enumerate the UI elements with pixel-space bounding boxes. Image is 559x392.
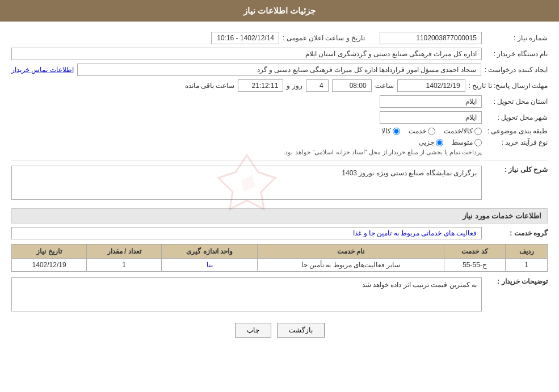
category-option-khedmat[interactable]: خدمت — [409, 127, 435, 135]
city-value: ایلام — [380, 111, 482, 124]
buyer-org-label: نام دستگاه خریدار : — [485, 50, 548, 58]
print-button[interactable]: چاپ — [235, 323, 271, 338]
announcement-label: تاریخ و ساعت اعلان عمومی : — [283, 34, 365, 42]
page-header: جزئیات اطلاعات نیاز — [0, 0, 559, 22]
category-option-kala-khedmat[interactable]: کالا/خدمت — [444, 127, 482, 135]
purchase-option-jozii[interactable]: جزیی — [419, 138, 443, 146]
buyer-notes-box: به کمترین قیمت ترتیب اثر داده خواهد شد — [11, 277, 482, 311]
col-row: ردیف — [506, 245, 548, 259]
col-qty: تعداد / مقدار — [87, 245, 162, 259]
purchase-type-radio-group: متوسط جزیی — [283, 138, 482, 146]
send-days-value: 4 — [306, 79, 329, 92]
category-option-kala[interactable]: کالا — [381, 127, 400, 135]
province-label: استان محل تحویل : — [485, 98, 548, 106]
table-row: 1 ح-55-55 سایر فعالیت‌های مربوط به تأمین… — [12, 259, 548, 272]
need-number-label: شماره نیاز : — [485, 34, 548, 42]
col-unit: واحد اندازه گیری — [162, 245, 258, 259]
purchase-option-motavaset[interactable]: متوسط — [452, 138, 482, 146]
send-date-label: مهلت ارسال پاسخ: تا تاریخ : — [469, 82, 548, 90]
action-buttons: بازگشت چاپ — [11, 323, 548, 338]
col-date: تاریخ نیاز — [12, 245, 87, 259]
buyer-notes-value: به کمترین قیمت ترتیب اثر داده خواهد شد — [362, 281, 477, 289]
cell-code: ح-55-55 — [444, 259, 506, 272]
cell-date: 1402/12/19 — [12, 259, 87, 272]
need-number-value: 1102003877000015 — [380, 32, 482, 44]
send-time-label: ساعت — [375, 82, 394, 90]
buyer-notes-label: توضیحات خریدار : — [485, 277, 548, 285]
purchase-radio-motavaset[interactable] — [474, 139, 482, 146]
services-table: ردیف کد خدمت نام خدمت واحد اندازه گیری ت… — [11, 244, 548, 272]
send-remaining-value: 21:12:11 — [238, 79, 283, 92]
city-label: شهر محل تحویل : — [485, 113, 548, 121]
col-code: کد خدمت — [444, 245, 506, 259]
purchase-radio-jozii[interactable] — [436, 139, 443, 146]
col-name: نام خدمت — [258, 245, 444, 259]
need-desc-box: برگزاری نمایشگاه صنایع دستی ویژه نوروز 1… — [11, 166, 482, 200]
send-days-label: روز و — [287, 82, 302, 90]
purchase-type-label: نوع فرآیند خرید : — [485, 138, 548, 146]
cell-qty: 1 — [87, 259, 162, 272]
send-remaining-label: ساعت باقی مانده — [185, 82, 235, 90]
province-value: ایلام — [380, 95, 482, 108]
need-desc-label: شرح کلی نیاز : — [485, 166, 548, 174]
purchase-note: پرداخت تمام یا بخشی از مبلغ خریدار از مح… — [283, 149, 482, 156]
announcement-value: 1402/12/14 - 10:16 — [211, 32, 279, 44]
cell-unit: بنا — [162, 259, 258, 272]
service-group-label: گروه خدمت : — [485, 229, 548, 237]
services-section-title: اطلاعات خدمات مورد نیاز — [11, 208, 548, 224]
back-button[interactable]: بازگشت — [277, 323, 325, 338]
category-radio-group: کالا/خدمت خدمت کالا — [381, 127, 482, 135]
send-time-value: 08:00 — [332, 79, 372, 92]
send-date-value: 1402/12/19 — [397, 79, 465, 92]
creator-value: سجاد احمدی مسؤل امور قراردادها اداره کل … — [77, 64, 481, 76]
need-desc-value: برگزاری نمایشگاه صنایع دستی ویژه نوروز 1… — [342, 169, 477, 177]
category-radio-kala-khedmat[interactable] — [474, 128, 482, 135]
category-radio-khedmat[interactable] — [428, 128, 435, 135]
cell-row: 1 — [506, 259, 548, 272]
buyer-org-value: اداره کل میراث فرهنگی صنایع دستی و گردشگ… — [11, 48, 482, 60]
contact-link[interactable]: اطلاعات تماس خریدار — [11, 66, 74, 74]
category-label: طبقه بندی موضوعی : — [485, 127, 548, 135]
service-group-value: فعالیت های خدماتی مربوط به تامین جا و غذ… — [11, 227, 482, 239]
creator-label: ایجاد کننده درخواست : — [485, 66, 548, 74]
page-title: جزئیات اطلاعات نیاز — [243, 6, 316, 15]
cell-name: سایر فعالیت‌های مربوط به تأمین جا — [258, 259, 444, 272]
category-radio-kala[interactable] — [393, 128, 400, 135]
